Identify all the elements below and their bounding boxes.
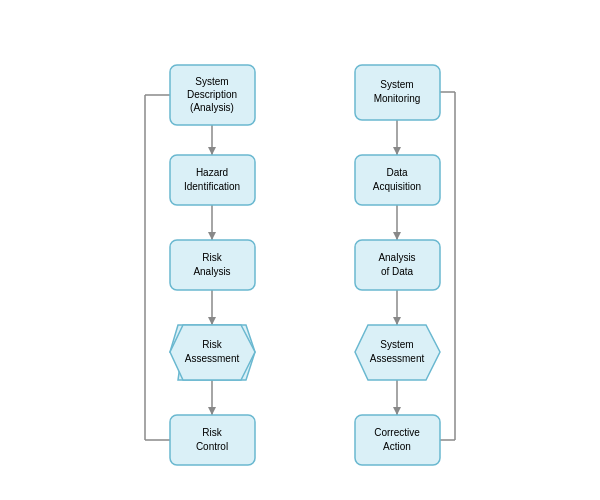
svg-text:System: System xyxy=(380,339,413,350)
svg-text:System: System xyxy=(195,76,228,87)
svg-text:of Data: of Data xyxy=(381,266,414,277)
svg-text:Acquisition: Acquisition xyxy=(373,181,421,192)
svg-text:Risk: Risk xyxy=(202,427,222,438)
svg-text:Assessment: Assessment xyxy=(370,353,425,364)
svg-text:(Analysis): (Analysis) xyxy=(190,102,234,113)
svg-marker-14 xyxy=(208,147,216,155)
svg-text:Risk: Risk xyxy=(202,252,222,263)
svg-text:Data: Data xyxy=(386,167,408,178)
svg-marker-15 xyxy=(208,232,216,240)
connectors-svg: System Description (Analysis) Hazard Ide… xyxy=(0,0,600,500)
svg-rect-39 xyxy=(355,65,440,120)
svg-rect-36 xyxy=(170,415,255,465)
svg-marker-19 xyxy=(393,232,401,240)
svg-text:Identification: Identification xyxy=(184,181,240,192)
svg-text:Monitoring: Monitoring xyxy=(374,93,421,104)
svg-text:Risk: Risk xyxy=(202,339,222,350)
svg-marker-33 xyxy=(170,325,255,380)
svg-rect-45 xyxy=(355,240,440,290)
svg-marker-21 xyxy=(393,407,401,415)
svg-text:Action: Action xyxy=(383,441,411,452)
svg-text:Analysis: Analysis xyxy=(193,266,230,277)
svg-rect-26 xyxy=(170,155,255,205)
svg-marker-18 xyxy=(393,147,401,155)
flowchart: System Description (Analysis) Hazard Ide… xyxy=(0,0,600,500)
svg-marker-16 xyxy=(208,317,216,325)
svg-marker-48 xyxy=(355,325,440,380)
svg-text:Control: Control xyxy=(196,441,228,452)
svg-rect-51 xyxy=(355,415,440,465)
svg-text:Corrective: Corrective xyxy=(374,427,420,438)
svg-marker-17 xyxy=(208,407,216,415)
svg-rect-29 xyxy=(170,240,255,290)
svg-text:Description: Description xyxy=(187,89,237,100)
svg-text:Hazard: Hazard xyxy=(196,167,228,178)
svg-text:Analysis: Analysis xyxy=(378,252,415,263)
svg-rect-22 xyxy=(170,65,255,125)
svg-text:Assessment: Assessment xyxy=(185,353,240,364)
svg-text:System: System xyxy=(380,79,413,90)
svg-marker-20 xyxy=(393,317,401,325)
svg-rect-42 xyxy=(355,155,440,205)
svg-marker-32 xyxy=(170,325,255,380)
